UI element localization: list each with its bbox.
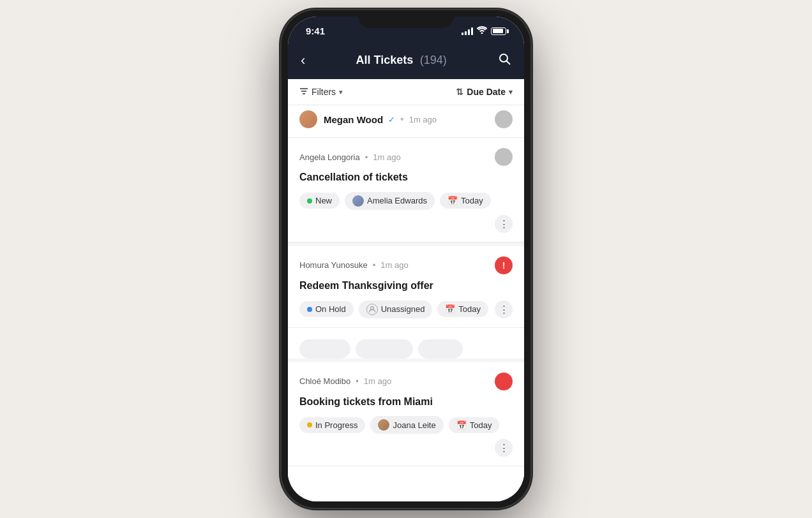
- ticket-meta: Chloé Modibo • 1m ago: [299, 376, 391, 386]
- tickets-list: Megan Wood ✓ • 1m ago Angela Longoria: [288, 105, 524, 501]
- sort-icon: ⇅: [456, 87, 463, 97]
- ghost-row: [288, 328, 524, 359]
- wifi-icon: [477, 26, 487, 36]
- ticket-author: Angela Longoria: [299, 152, 360, 162]
- phone-wrapper: 9:41: [272, 0, 540, 518]
- phone-frame: 9:41: [282, 10, 530, 508]
- status-tag[interactable]: New: [299, 193, 340, 209]
- ticket-header: Angela Longoria • 1m ago: [299, 148, 513, 166]
- page-title: All Tickets: [356, 54, 414, 66]
- unassigned-icon: [366, 304, 378, 315]
- phone-screen: 9:41: [288, 17, 524, 501]
- more-options-button[interactable]: ⋮: [495, 439, 513, 457]
- verified-icon: ✓: [388, 115, 395, 124]
- date-label: Today: [470, 420, 492, 430]
- ticket-time: 1m ago: [373, 152, 400, 162]
- ticket-meta: Angela Longoria • 1m ago: [299, 152, 401, 162]
- filter-icon: [299, 87, 308, 97]
- assignee-tag[interactable]: Amelia Edwards: [345, 192, 435, 210]
- ticket-count: (194): [420, 54, 447, 66]
- assignee-avatar: [378, 419, 389, 431]
- ticket-header: Homura Yunosuke • 1m ago !: [299, 256, 513, 274]
- back-button[interactable]: ‹: [301, 52, 305, 69]
- dot-separator: •: [365, 152, 368, 162]
- ticket-item: Homura Yunosuke • 1m ago ! Redeem Thanks…: [288, 246, 524, 328]
- ticket-title: Cancellation of tickets: [299, 171, 513, 184]
- ticket-header: Chloé Modibo • 1m ago: [299, 373, 513, 390]
- assignee-name: Amelia Edwards: [367, 196, 427, 205]
- ticket-title: Redeem Thanksgiving offer: [299, 279, 513, 293]
- search-button[interactable]: [497, 52, 511, 69]
- filter-label: Filters: [312, 87, 336, 97]
- assignee-name: Joana Leite: [393, 420, 435, 430]
- author-name: Megan Wood: [324, 114, 383, 125]
- dot-separator: •: [400, 114, 404, 125]
- assignee-tag[interactable]: Joana Leite: [370, 416, 443, 434]
- content-area: Filters ▾ ⇅ Due Date ▾: [288, 79, 524, 501]
- status-tag[interactable]: On Hold: [299, 301, 354, 317]
- date-label: Today: [461, 196, 483, 205]
- status-label: On Hold: [315, 304, 346, 314]
- more-options-button[interactable]: ⋮: [495, 215, 513, 233]
- svg-line-1: [507, 61, 511, 65]
- dot-separator: •: [356, 376, 359, 386]
- assignee-avatar: [352, 195, 364, 207]
- svg-point-0: [500, 54, 508, 62]
- ticket-tags: On Hold Unassigned: [299, 300, 513, 318]
- filter-chevron-icon: ▾: [339, 88, 343, 96]
- ticket-author: Chloé Modibo: [299, 376, 350, 386]
- more-options-button[interactable]: ⋮: [495, 300, 513, 318]
- status-dot-blue: [307, 307, 312, 312]
- ticket-time: 1m ago: [409, 115, 437, 124]
- battery-icon: [491, 27, 506, 35]
- ticket-item: Chloé Modibo • 1m ago Booking tickets fr…: [288, 362, 524, 467]
- date-tag[interactable]: 📅 Today: [440, 193, 491, 209]
- status-alert-icon: !: [495, 256, 513, 274]
- date-tag[interactable]: 📅 Today: [449, 417, 500, 433]
- ticket-tags: New Amelia Edwards 📅 Today: [299, 192, 513, 233]
- status-label: In Progress: [315, 420, 357, 430]
- date-tag[interactable]: 📅 Today: [437, 301, 488, 317]
- calendar-icon: 📅: [456, 420, 467, 430]
- status-time: 9:41: [306, 26, 325, 36]
- nav-bar: ‹ All Tickets (194): [288, 43, 524, 79]
- filter-button[interactable]: Filters ▾: [299, 87, 343, 97]
- sort-button[interactable]: ⇅ Due Date ▾: [456, 87, 513, 97]
- calendar-icon: 📅: [447, 196, 458, 205]
- ghost-tags: [299, 339, 513, 359]
- unassigned-label: Unassigned: [381, 304, 425, 314]
- ticket-author: Homura Yunosuke: [299, 260, 368, 270]
- status-tag[interactable]: In Progress: [299, 417, 365, 433]
- sort-label: Due Date: [467, 87, 506, 97]
- nav-title-area: All Tickets (194): [356, 54, 447, 67]
- notch: [358, 10, 454, 28]
- date-label: Today: [458, 304, 481, 314]
- status-dot-green: [307, 198, 312, 204]
- avatar: [299, 110, 317, 128]
- status-indicator: [495, 148, 513, 166]
- status-indicator: [495, 110, 513, 128]
- ticket-meta: Homura Yunosuke • 1m ago: [299, 260, 409, 270]
- ticket-partial-top: Megan Wood ✓ • 1m ago: [288, 105, 524, 138]
- status-indicator-red: [495, 373, 513, 390]
- status-icons: [462, 26, 506, 36]
- unassigned-tag[interactable]: Unassigned: [359, 300, 433, 318]
- ticket-tags: In Progress Joana Leite 📅 Today: [299, 416, 513, 457]
- ticket-time: 1m ago: [364, 376, 391, 386]
- sort-chevron-icon: ▾: [509, 88, 513, 96]
- filter-bar: Filters ▾ ⇅ Due Date ▾: [288, 79, 524, 105]
- dot-separator: •: [373, 260, 376, 270]
- ticket-title: Booking tickets from Miami: [299, 396, 513, 409]
- calendar-icon: 📅: [445, 304, 455, 314]
- ticket-time: 1m ago: [380, 260, 408, 270]
- signal-icon: [462, 27, 473, 35]
- status-dot-yellow: [307, 422, 312, 427]
- status-label: New: [315, 196, 332, 205]
- ticket-item: Angela Longoria • 1m ago Cancellation of…: [288, 138, 524, 242]
